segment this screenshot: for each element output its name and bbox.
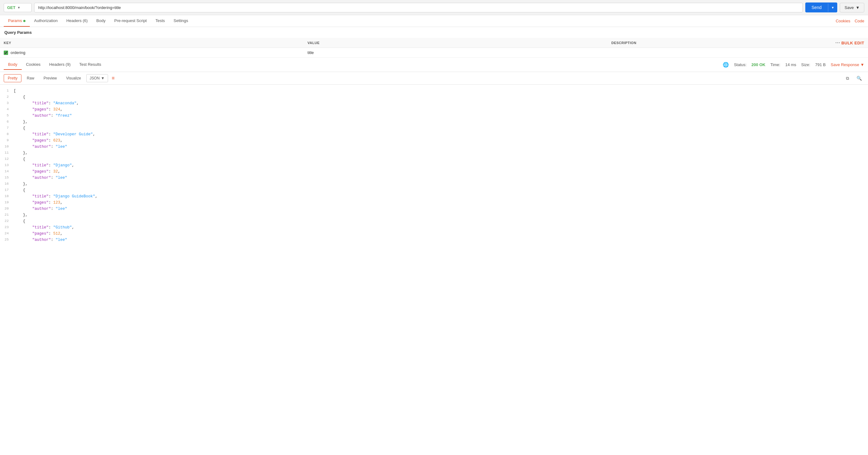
response-tab-body[interactable]: Body [4,60,22,70]
copy-icon[interactable]: ⧉ [843,74,851,82]
format-visualize-button[interactable]: Visualize [62,74,85,82]
line-number: 5 [1,113,14,119]
tab-params[interactable]: Params [4,15,30,27]
right-icons: ⧉ 🔍 [843,74,864,82]
code-line: 19 "pages": 123, [0,200,868,206]
line-content: "title": "Developer Guide", [14,131,95,137]
send-button[interactable]: Send ▼ [805,2,838,12]
line-content: "pages": 32, [14,168,60,175]
code-link[interactable]: Code [855,19,864,23]
save-label: Save [844,5,854,10]
line-number: 21 [1,212,14,218]
url-input[interactable] [34,3,803,12]
param-value: title [308,50,314,55]
save-button[interactable]: Save ▼ [840,3,864,12]
line-number: 3 [1,100,14,106]
code-area: 1 [ 2 { 3 "title": "Anaconda", 4 "pages"… [0,85,868,425]
params-dot [23,20,26,22]
format-pretty-button[interactable]: Pretty [4,74,22,82]
top-bar: GET ▼ Send ▼ Save ▼ [0,0,868,15]
col-header-key: KEY [0,38,304,48]
line-number: 16 [1,181,14,187]
code-line: 4 "pages": 324, [0,106,868,113]
dots-icon[interactable]: ⋯ [835,40,840,45]
line-number: 19 [1,200,14,205]
code-line: 24 "pages": 512, [0,231,868,237]
line-number: 10 [1,144,14,150]
line-content: }, [14,181,28,187]
code-line: 15 "author": "lee" [0,175,868,181]
line-content: "author": "freez" [14,113,72,119]
size-label: Size: [801,62,810,67]
param-checkbox[interactable] [4,51,8,55]
code-line: 7 { [0,125,868,131]
tab-settings[interactable]: Settings [169,15,192,27]
code-line: 3 "title": "Anaconda", [0,100,868,106]
format-preview-button[interactable]: Preview [39,74,61,82]
search-icon[interactable]: 🔍 [854,74,864,82]
line-content: "author": "lee" [14,206,67,212]
param-key: ordering [10,50,26,55]
line-content: { [14,218,26,224]
request-tabs: Params Authorization Headers (6) Body Pr… [0,15,868,27]
method-label: GET [7,5,16,10]
send-label: Send [805,2,828,12]
time-value: 14 ms [785,62,796,67]
line-content: "pages": 623, [14,137,63,144]
line-content: "author": "lee" [14,175,67,181]
col-header-description: DESCRIPTION [608,38,825,48]
tab-pre-request[interactable]: Pre-request Script [110,15,151,27]
code-line: 16 }, [0,181,868,187]
cookies-link[interactable]: Cookies [836,19,850,23]
line-number: 2 [1,94,14,100]
code-line: 20 "author": "lee" [0,206,868,212]
tab-headers[interactable]: Headers (6) [62,15,92,27]
param-value-cell: title [304,48,608,58]
line-number: 24 [1,231,14,236]
line-content: "author": "lee" [14,237,67,243]
param-actions-cell [825,48,868,58]
type-selector[interactable]: JSON ▼ [86,74,108,82]
line-number: 6 [1,119,14,125]
line-number: 1 [1,88,14,94]
response-tab-cookies[interactable]: Cookies [22,60,45,70]
code-line: 13 "title": "Django", [0,162,868,168]
line-number: 12 [1,156,14,162]
code-line: 5 "author": "freez" [0,113,868,119]
tab-body[interactable]: Body [92,15,110,27]
tab-tests[interactable]: Tests [151,15,169,27]
code-line: 23 "title": "Github", [0,224,868,231]
format-raw-button[interactable]: Raw [23,74,38,82]
line-number: 13 [1,162,14,168]
line-content: "pages": 324, [14,106,63,113]
wrap-icon[interactable]: ≡ [109,74,117,83]
time-label: Time: [770,62,780,67]
line-number: 4 [1,106,14,112]
type-label: JSON [90,76,100,80]
response-tab-headers[interactable]: Headers (9) [45,60,75,70]
response-tab-test-results[interactable]: Test Results [75,60,105,70]
tab-authorization[interactable]: Authorization [30,15,62,27]
line-content: [ [14,88,16,94]
query-params-title: Query Params [0,27,868,38]
send-arrow-icon: ▼ [828,3,838,12]
type-chevron-icon: ▼ [101,76,104,80]
save-response-button[interactable]: Save Response ▼ [831,62,864,67]
line-content: }, [14,212,28,218]
line-number: 20 [1,206,14,212]
body-toolbar: Pretty Raw Preview Visualize JSON ▼ ≡ ⧉ … [0,72,868,85]
line-number: 8 [1,131,14,137]
code-line: 12 { [0,156,868,162]
line-number: 18 [1,193,14,199]
line-content: "title": "Django GuideBook", [14,193,97,200]
code-line: 25 "author": "lee" [0,237,868,243]
code-line: 17 { [0,187,868,193]
status-label: Status: [734,62,746,67]
globe-icon: 🌐 [723,62,729,68]
bulk-edit-button[interactable]: Bulk Edit [841,41,864,45]
code-line: 11 }, [0,150,868,156]
method-select[interactable]: GET ▼ [4,3,32,12]
line-content: "title": "Github", [14,224,74,231]
line-content: { [14,94,26,100]
code-line: 21 }, [0,212,868,218]
